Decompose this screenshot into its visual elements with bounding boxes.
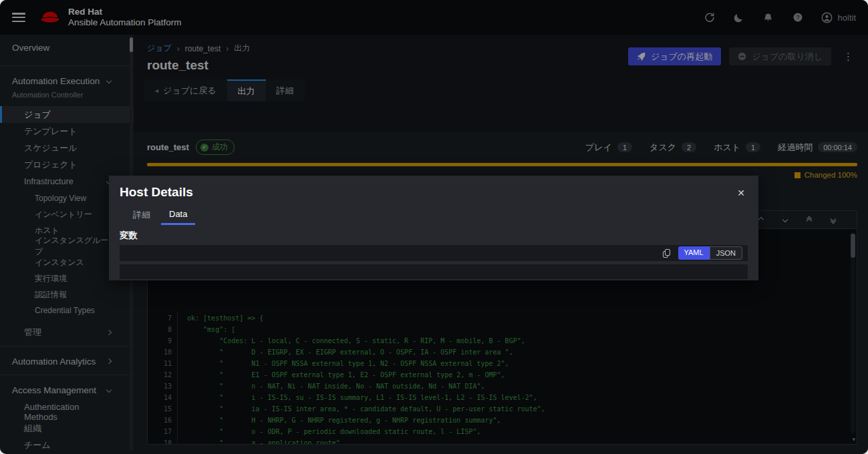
variables-editor-toolbar: YAML JSON <box>120 245 748 261</box>
modal-tab-details[interactable]: 詳細 <box>125 206 158 225</box>
variables-editor[interactable] <box>120 264 748 279</box>
format-yaml-button[interactable]: YAML <box>678 246 710 260</box>
copy-icon[interactable] <box>663 249 670 258</box>
modal-tabbar: 詳細 Data <box>125 206 748 225</box>
format-json-button[interactable]: JSON <box>710 246 742 260</box>
modal-tab-data[interactable]: Data <box>161 206 195 225</box>
variables-label: 変数 <box>120 230 748 242</box>
app-window: Red Hat Ansible Automation Platform ? ho… <box>0 0 868 454</box>
modal-title: Host Details <box>120 185 748 200</box>
host-details-modal: Host Details ✕ 詳細 Data 変数 YAML JSON <box>109 176 758 280</box>
close-icon[interactable]: ✕ <box>737 188 745 198</box>
